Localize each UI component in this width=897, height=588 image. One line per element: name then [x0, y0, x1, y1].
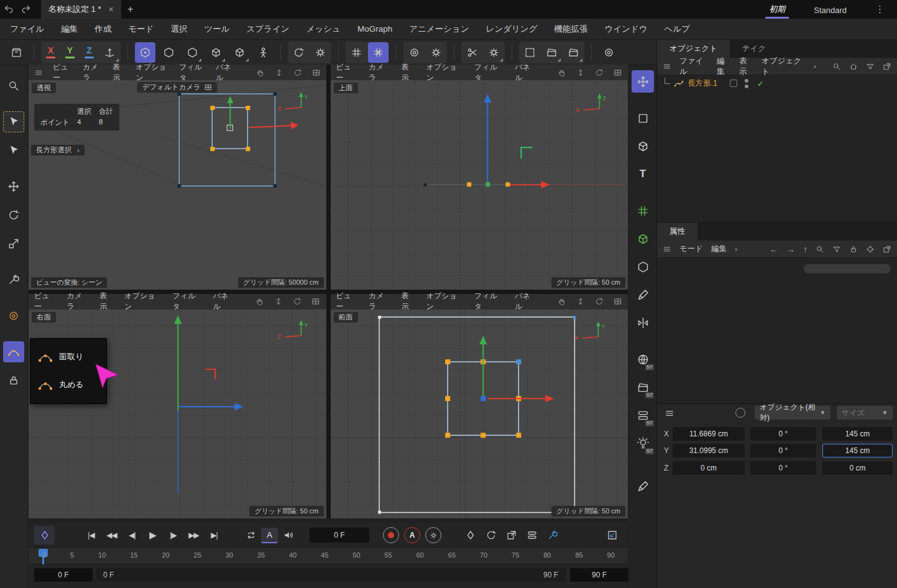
menu-extensions[interactable]: 機能拡張 — [554, 24, 588, 35]
record-keyframe-button[interactable] — [383, 527, 399, 543]
toggle-view-icon[interactable] — [614, 297, 622, 306]
workplane-grid-button[interactable] — [346, 42, 367, 63]
rotate-tool-button[interactable] — [3, 204, 24, 226]
point-handle-selected[interactable] — [516, 359, 521, 364]
keyframe-settings-button[interactable] — [425, 527, 441, 543]
orbit-view-icon[interactable] — [595, 297, 604, 306]
menu-mograph[interactable]: MoGraph — [357, 24, 392, 34]
dolly-view-icon[interactable] — [576, 68, 585, 77]
menu-edit[interactable]: 編集 — [61, 24, 78, 35]
texture-mode-button[interactable] — [229, 42, 250, 63]
attr-menu-mode[interactable]: モード — [679, 244, 703, 254]
size-x-field[interactable]: 145 cm — [822, 427, 893, 441]
minimize-timeline-button[interactable] — [602, 526, 622, 544]
menu-select[interactable]: 選択 — [170, 24, 187, 35]
symmetry-object-button[interactable] — [632, 311, 654, 334]
axis-center-button[interactable] — [404, 42, 425, 63]
range-slider[interactable]: 0 F 90 F — [96, 568, 566, 582]
orbit-view-icon[interactable] — [595, 68, 604, 77]
size-y-field[interactable]: 145 cm — [822, 444, 893, 457]
play-mode-button[interactable] — [241, 526, 261, 544]
points-mode-button[interactable] — [135, 42, 155, 63]
next-key-button[interactable]: ▶▶ — [183, 526, 204, 544]
spline-rectangle-outline[interactable] — [379, 317, 574, 512]
viewport-canvas-top[interactable]: 上面 Z X グリッ — [331, 80, 628, 290]
polygons-mode-button[interactable] — [182, 42, 203, 63]
point-handle[interactable] — [210, 147, 214, 151]
rotation-b-field[interactable]: 0 ° — [750, 461, 816, 475]
layout-standard[interactable]: Standard — [810, 2, 850, 17]
render-picture-viewer-button[interactable] — [541, 42, 562, 63]
set-keyframe-button[interactable] — [34, 526, 55, 544]
om-search-icon[interactable] — [832, 62, 841, 71]
x-axis-handle[interactable] — [249, 126, 292, 127]
om-menu-file[interactable]: ファイル — [679, 56, 709, 77]
orbit-view-icon[interactable] — [293, 68, 302, 77]
object-tree[interactable]: 長方形.1 ✓ — [657, 75, 897, 223]
edges-mode-button[interactable] — [159, 42, 179, 63]
snap-settings-button[interactable] — [3, 341, 24, 362]
orbit-view-icon[interactable] — [293, 297, 301, 306]
attr-target-icon[interactable] — [866, 245, 875, 254]
selection-tool-button[interactable] — [3, 140, 24, 161]
viewport-menu-icon[interactable] — [34, 68, 43, 77]
goto-end-button[interactable]: ▶| — [204, 526, 224, 544]
point-handle[interactable] — [246, 147, 250, 151]
tab-attributes[interactable]: 属性 — [657, 223, 697, 241]
text-spline-button[interactable]: T — [632, 163, 654, 185]
stage-object-button[interactable]: ST — [632, 376, 654, 398]
new-tab-button[interactable]: + — [121, 0, 140, 19]
attr-up-icon[interactable]: ↑ — [803, 244, 807, 254]
file-box-button[interactable] — [6, 42, 27, 63]
autokey-toggle-button[interactable]: A — [404, 527, 420, 543]
key-scale-button[interactable] — [501, 526, 522, 544]
viewport-search-button[interactable] — [3, 75, 24, 96]
array-object-button[interactable] — [632, 200, 654, 222]
dolly-view-icon[interactable] — [274, 297, 283, 306]
key-position-button[interactable] — [460, 526, 481, 544]
gizmo-center-handle[interactable] — [481, 396, 485, 401]
enabled-check-icon[interactable]: ✓ — [757, 79, 764, 88]
workplane-button[interactable] — [3, 305, 24, 326]
position-x-field[interactable]: 11.6869 cm — [673, 427, 745, 441]
key-rotation-button[interactable] — [481, 526, 501, 544]
pan-view-icon[interactable] — [558, 68, 566, 77]
sky-object-button[interactable]: ST — [632, 348, 654, 370]
move-gizmo-button[interactable] — [632, 70, 654, 93]
instance-object-button[interactable] — [632, 227, 654, 250]
object-name[interactable]: 長方形.1 — [688, 78, 717, 89]
menu-file[interactable]: ファイル — [10, 24, 44, 35]
polygon-object-button[interactable] — [632, 255, 654, 278]
material-pen-button[interactable] — [632, 475, 654, 497]
toggle-view-icon[interactable] — [312, 68, 321, 77]
key-snap-button[interactable] — [542, 526, 563, 544]
menu-mode[interactable]: モード — [128, 24, 154, 35]
coords-size-dropdown[interactable]: サイズ▼ — [837, 406, 893, 420]
snap-grid-button[interactable] — [368, 42, 389, 63]
close-tab-icon[interactable]: × — [109, 4, 114, 14]
move-tool-button[interactable] — [3, 176, 24, 197]
menu-create[interactable]: 作成 — [94, 24, 111, 35]
next-frame-button[interactable]: |▶ — [163, 526, 183, 544]
current-frame-field[interactable]: 0 F — [310, 528, 369, 543]
dolly-view-icon[interactable] — [275, 68, 283, 77]
dolly-view-icon[interactable] — [576, 297, 585, 306]
timeline-ruler[interactable]: 05 1015 2025 3035 4045 5055 6065 7075 80… — [29, 547, 628, 564]
point-handle[interactable] — [210, 106, 214, 110]
point-handle[interactable] — [505, 182, 510, 186]
coords-sphere-icon[interactable] — [735, 408, 745, 418]
attr-popout-icon[interactable] — [883, 245, 891, 254]
play-button[interactable]: ▶ — [142, 526, 163, 544]
om-filter-icon[interactable] — [866, 62, 875, 71]
point-handle[interactable] — [445, 433, 450, 438]
point-handle[interactable] — [481, 433, 485, 438]
viewport-canvas-perspective[interactable]: 透視 デフォルトカメラ 選択 合計 ポイント 4 8 長方形選択 › — [29, 80, 326, 290]
menu-window[interactable]: ウインドウ — [605, 24, 648, 35]
lock-workplane-button[interactable] — [3, 370, 24, 391]
refresh-view-button[interactable] — [288, 42, 309, 63]
menu-render[interactable]: レンダリング — [486, 24, 538, 35]
x-axis-lock-button[interactable]: X — [42, 42, 60, 62]
tweak-tool-button[interactable] — [3, 269, 24, 290]
pan-view-icon[interactable] — [255, 297, 264, 306]
layout-startup[interactable]: 初期 — [765, 1, 789, 19]
